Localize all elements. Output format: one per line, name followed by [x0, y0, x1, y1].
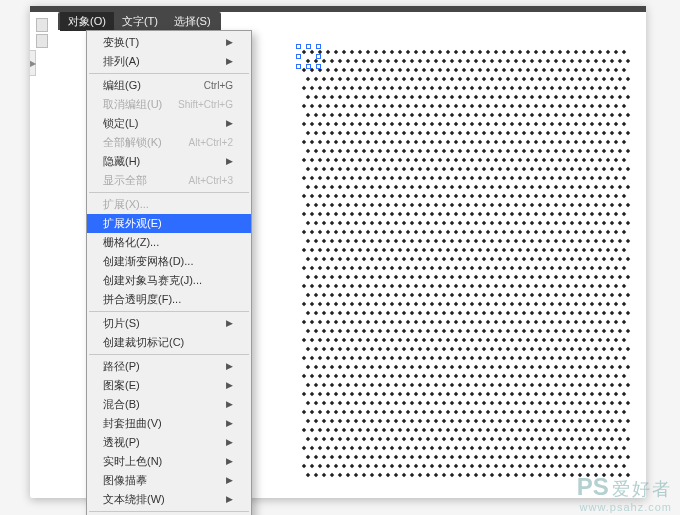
handle-n[interactable]	[306, 44, 311, 49]
app-window: ▶ 对象(O) 文字(T) 选择(S) 变换(T)▶ 排列(A)▶ 编组(G)C…	[30, 6, 646, 498]
menu-item-gradient-mesh[interactable]: 创建渐变网格(D)...	[87, 252, 251, 271]
submenu-arrow-icon: ▶	[226, 435, 233, 450]
handle-ne[interactable]	[316, 44, 321, 49]
menu-separator	[89, 192, 249, 193]
submenu-arrow-icon: ▶	[226, 378, 233, 393]
menu-item-expand-appearance[interactable]: 扩展外观(E)	[87, 214, 251, 233]
menu-item-show-all: 显示全部Alt+Ctrl+3	[87, 171, 251, 190]
handle-se[interactable]	[316, 64, 321, 69]
watermark: PS 爱好者 www.psahz.com	[577, 475, 672, 513]
submenu-arrow-icon: ▶	[226, 116, 233, 131]
menu-item-text-wrap[interactable]: 文本绕排(W)▶	[87, 490, 251, 509]
menu-item-lock[interactable]: 锁定(L)▶	[87, 114, 251, 133]
selection-handles[interactable]	[296, 44, 326, 74]
menu-separator	[89, 311, 249, 312]
menu-item-hide[interactable]: 隐藏(H)▶	[87, 152, 251, 171]
handle-e[interactable]	[316, 54, 321, 59]
menu-item-crop-marks[interactable]: 创建裁切标记(C)	[87, 333, 251, 352]
handle-nw[interactable]	[296, 44, 301, 49]
menu-item-group[interactable]: 编组(G)Ctrl+G	[87, 76, 251, 95]
submenu-arrow-icon: ▶	[226, 416, 233, 431]
submenu-arrow-icon: ▶	[226, 359, 233, 374]
menu-item-object-mosaic[interactable]: 创建对象马赛克(J)...	[87, 271, 251, 290]
menubar-item-type[interactable]: 文字(T)	[114, 12, 166, 31]
menu-separator	[89, 73, 249, 74]
menu-separator	[89, 511, 249, 512]
tool-button[interactable]	[36, 18, 48, 32]
submenu-arrow-icon: ▶	[226, 154, 233, 169]
artwork-dot-grid	[300, 48, 634, 480]
menu-item-expand: 扩展(X)...	[87, 195, 251, 214]
watermark-logo: PS	[577, 473, 609, 500]
watermark-text: 爱好者	[612, 479, 672, 499]
submenu-arrow-icon: ▶	[226, 492, 233, 507]
submenu-arrow-icon: ▶	[226, 454, 233, 469]
menu-item-image-trace[interactable]: 图像描摹▶	[87, 471, 251, 490]
tool-button[interactable]	[36, 34, 48, 48]
submenu-arrow-icon: ▶	[226, 316, 233, 331]
menu-item-ungroup: 取消编组(U)Shift+Ctrl+G	[87, 95, 251, 114]
panel-collapse-toggle[interactable]: ▶	[30, 50, 36, 76]
menu-item-flatten-transparency[interactable]: 拼合透明度(F)...	[87, 290, 251, 309]
menubar-item-select[interactable]: 选择(S)	[166, 12, 219, 31]
handle-w[interactable]	[296, 54, 301, 59]
menu-separator	[89, 354, 249, 355]
submenu-arrow-icon: ▶	[226, 35, 233, 50]
menu-item-path[interactable]: 路径(P)▶	[87, 357, 251, 376]
submenu-arrow-icon: ▶	[226, 54, 233, 69]
menu-item-live-paint[interactable]: 实时上色(N)▶	[87, 452, 251, 471]
menubar-item-object[interactable]: 对象(O)	[60, 12, 114, 31]
menu-item-rasterize[interactable]: 栅格化(Z)...	[87, 233, 251, 252]
handle-s[interactable]	[306, 64, 311, 69]
toolbox	[36, 18, 50, 50]
handle-sw[interactable]	[296, 64, 301, 69]
menu-item-perspective[interactable]: 透视(P)▶	[87, 433, 251, 452]
menu-item-arrange[interactable]: 排列(A)▶	[87, 52, 251, 71]
watermark-url: www.psahz.com	[580, 501, 672, 513]
submenu-arrow-icon: ▶	[226, 397, 233, 412]
menu-item-pattern[interactable]: 图案(E)▶	[87, 376, 251, 395]
menu-item-blend[interactable]: 混合(B)▶	[87, 395, 251, 414]
menu-item-unlock-all: 全部解锁(K)Alt+Ctrl+2	[87, 133, 251, 152]
submenu-arrow-icon: ▶	[226, 473, 233, 488]
menu-item-slice[interactable]: 切片(S)▶	[87, 314, 251, 333]
object-menu-dropdown: 变换(T)▶ 排列(A)▶ 编组(G)Ctrl+G 取消编组(U)Shift+C…	[86, 30, 252, 515]
menu-item-envelope[interactable]: 封套扭曲(V)▶	[87, 414, 251, 433]
menubar: 对象(O) 文字(T) 选择(S)	[58, 12, 221, 30]
menu-item-transform[interactable]: 变换(T)▶	[87, 33, 251, 52]
